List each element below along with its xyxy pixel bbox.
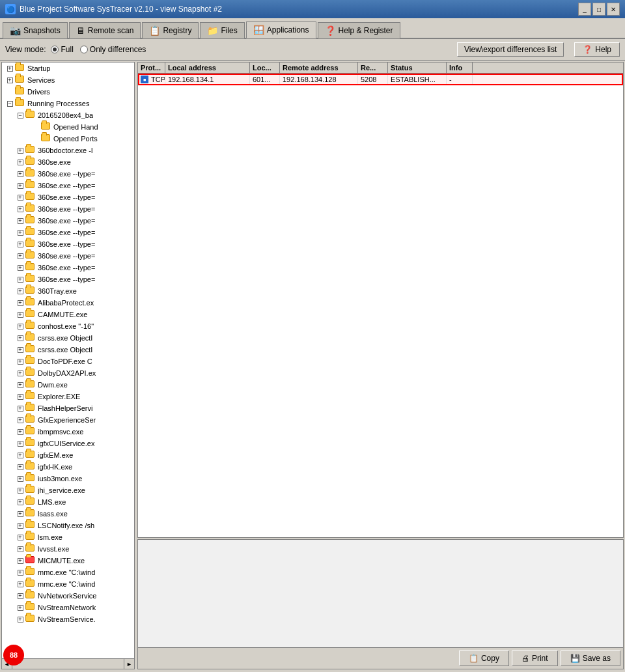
conhost-expander[interactable]: + bbox=[15, 321, 25, 331]
igfxcui-expander[interactable]: + bbox=[15, 438, 25, 449]
tree-item-lscnotify[interactable]: + LSCNotify.exe /sh bbox=[2, 520, 134, 531]
lsass-expander[interactable]: + bbox=[15, 509, 25, 519]
print-button[interactable]: 🖨 Print bbox=[512, 651, 558, 666]
tree-item-360se-6[interactable]: + 360se.exe --type= bbox=[2, 215, 134, 227]
tree-item-jhi[interactable]: + jhi_service.exe bbox=[2, 484, 134, 496]
col-header-remote[interactable]: Remote address bbox=[280, 63, 358, 73]
tree-item-360se-5[interactable]: + 360se.exe --type= bbox=[2, 203, 134, 215]
tree-item-mmc-2[interactable]: + mmc.exe "C:\wind bbox=[2, 578, 134, 590]
360se8-expander[interactable]: + bbox=[15, 239, 25, 249]
tab-remote-scan[interactable]: 🖥 Remote scan bbox=[69, 22, 141, 38]
tree-item-running-processes[interactable]: − Running Processes bbox=[2, 98, 134, 109]
tree-item-igfxcui[interactable]: + igfxCUIService.ex bbox=[2, 438, 134, 449]
doctopdf-expander[interactable]: + bbox=[15, 356, 25, 367]
tree-item-nvnetwork[interactable]: + NvNetworkService bbox=[2, 590, 134, 602]
mmc2-expander[interactable]: + bbox=[15, 579, 25, 589]
tree-item-360se-4[interactable]: + 360se.exe --type= bbox=[2, 191, 134, 203]
radio-full-btn[interactable] bbox=[51, 46, 59, 53]
tree-item-360se-7[interactable]: + 360se.exe --type= bbox=[2, 227, 134, 238]
tree-item-360se-11[interactable]: + 360se.exe --type= bbox=[2, 273, 134, 285]
services-expander[interactable]: + bbox=[5, 75, 15, 85]
tree-item-conhost[interactable]: + conhost.exe "-16" bbox=[2, 320, 134, 332]
col-header-prot[interactable]: Prot... bbox=[138, 63, 165, 73]
tree-item-dwm[interactable]: + Dwm.exe bbox=[2, 379, 134, 391]
tree-scroll[interactable]: + Startup + Services Drivers − bbox=[2, 63, 134, 658]
tree-item-csrss-1[interactable]: + csrss.exe ObjectI bbox=[2, 332, 134, 344]
360se3-expander[interactable]: + bbox=[15, 180, 25, 191]
tree-item-cammute[interactable]: + CAMMUTE.exe bbox=[2, 309, 134, 320]
jhi-expander[interactable]: + bbox=[15, 485, 25, 496]
tree-item-lms[interactable]: + LMS.exe bbox=[2, 496, 134, 508]
help-button[interactable]: ❓ Help bbox=[574, 42, 620, 57]
tree-item-igfxem[interactable]: + igfxEM.exe bbox=[2, 449, 134, 461]
tab-registry[interactable]: 📋 Registry bbox=[142, 22, 199, 38]
lms-expander[interactable]: + bbox=[15, 497, 25, 507]
tree-item-20165208[interactable]: − 20165208ex4_ba bbox=[2, 109, 134, 121]
tree-item-doctopdf[interactable]: + DocToPDF.exe C bbox=[2, 356, 134, 367]
tree-item-alibaba[interactable]: + AlibabaProtect.ex bbox=[2, 297, 134, 309]
save-button[interactable]: 💾 Save as bbox=[561, 651, 620, 666]
radio-only-diff[interactable]: Only differences bbox=[80, 45, 146, 54]
tree-item-drivers[interactable]: Drivers bbox=[2, 86, 134, 98]
tree-item-360se-9[interactable]: + 360se.exe --type= bbox=[2, 250, 134, 262]
micmute-expander[interactable]: + bbox=[15, 555, 25, 566]
igfxem-expander[interactable]: + bbox=[15, 450, 25, 460]
cammute-expander[interactable]: + bbox=[15, 309, 25, 320]
tree-item-dolby[interactable]: + DolbyDAX2API.ex bbox=[2, 367, 134, 379]
tree-item-flash[interactable]: + FlashHelperServi bbox=[2, 402, 134, 414]
360se1-expander[interactable]: + bbox=[15, 157, 25, 167]
tab-applications[interactable]: 🪟 Applications bbox=[246, 21, 316, 38]
tree-item-lvvsst[interactable]: + lvvsst.exe bbox=[2, 543, 134, 555]
20165208-expander[interactable]: − bbox=[15, 110, 25, 120]
lscnotify-expander[interactable]: + bbox=[15, 520, 25, 531]
tree-item-360se-3[interactable]: + 360se.exe --type= bbox=[2, 180, 134, 191]
360se4-expander[interactable]: + bbox=[15, 192, 25, 203]
360se5-expander[interactable]: + bbox=[15, 204, 25, 214]
nvnetwork-expander[interactable]: + bbox=[15, 591, 25, 601]
360se10-expander[interactable]: + bbox=[15, 262, 25, 273]
tree-item-explorer[interactable]: + Explorer.EXE bbox=[2, 391, 134, 402]
radio-full[interactable]: Full bbox=[51, 45, 73, 54]
dwm-expander[interactable]: + bbox=[15, 380, 25, 390]
lvvsst-expander[interactable]: + bbox=[15, 544, 25, 554]
tree-item-nvstream[interactable]: + NvStreamNetwork bbox=[2, 602, 134, 613]
radio-diff-btn[interactable] bbox=[80, 46, 88, 53]
360bdoctor-expander[interactable]: + bbox=[15, 145, 25, 156]
tab-snapshots[interactable]: 📷 Snapshots bbox=[3, 22, 68, 38]
explorer-expander[interactable]: + bbox=[15, 391, 25, 402]
tree-item-igfxhk[interactable]: + igfxHK.exe bbox=[2, 461, 134, 473]
tree-item-360se-2[interactable]: + 360se.exe --type= bbox=[2, 168, 134, 180]
flash-expander[interactable]: + bbox=[15, 403, 25, 413]
running-processes-expander[interactable]: − bbox=[5, 98, 15, 109]
mmc1-expander[interactable]: + bbox=[15, 567, 25, 578]
360se11-expander[interactable]: + bbox=[15, 274, 25, 285]
igfxhk-expander[interactable]: + bbox=[15, 462, 25, 472]
360se9-expander[interactable]: + bbox=[15, 251, 25, 261]
scroll-right-btn[interactable]: ► bbox=[124, 659, 134, 669]
csrss1-expander[interactable]: + bbox=[15, 333, 25, 343]
startup-expander[interactable]: + bbox=[5, 63, 15, 74]
nvstreamserv-expander[interactable]: + bbox=[15, 614, 25, 624]
copy-button[interactable]: 📋 Copy bbox=[459, 651, 509, 666]
tree-item-360se-1[interactable]: + 360se.exe bbox=[2, 156, 134, 168]
tree-item-360tray[interactable]: + 360Tray.exe bbox=[2, 285, 134, 297]
360se6-expander[interactable]: + bbox=[15, 216, 25, 226]
ibmpmsvc-expander[interactable]: + bbox=[15, 427, 25, 437]
tree-item-csrss-2[interactable]: + csrss.exe ObjectI bbox=[2, 344, 134, 356]
col-header-local[interactable]: Local address bbox=[165, 63, 250, 73]
nvstream-expander[interactable]: + bbox=[15, 602, 25, 613]
gfx-expander[interactable]: + bbox=[15, 415, 25, 425]
iusb3mon-expander[interactable]: + bbox=[15, 473, 25, 484]
col-header-info[interactable]: Info bbox=[447, 63, 473, 73]
360se2-expander[interactable]: + bbox=[15, 169, 25, 179]
lsm-expander[interactable]: + bbox=[15, 532, 25, 542]
tree-item-gfx[interactable]: + GfxExperienceSer bbox=[2, 414, 134, 426]
tree-item-opened-ports[interactable]: Opened Ports bbox=[2, 133, 134, 145]
table-row[interactable]: ■ TCP 192.168.134.1 601... 192.168.134.1… bbox=[138, 74, 623, 85]
csrss2-expander[interactable]: + bbox=[15, 344, 25, 355]
360se7-expander[interactable]: + bbox=[15, 227, 25, 238]
alibaba-expander[interactable]: + bbox=[15, 298, 25, 308]
minimize-button[interactable]: _ bbox=[578, 3, 591, 16]
tree-item-micmute[interactable]: + MICMUTE.exe bbox=[2, 555, 134, 567]
tree-item-360se-10[interactable]: + 360se.exe --type= bbox=[2, 262, 134, 273]
